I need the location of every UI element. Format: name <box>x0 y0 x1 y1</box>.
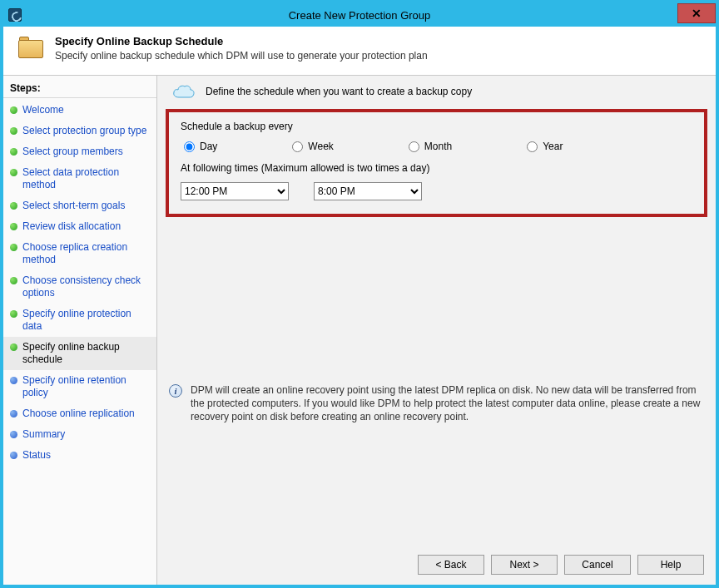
step-dot-icon <box>10 244 17 251</box>
schedule-label: Schedule a backup every <box>181 121 692 132</box>
next-button[interactable]: Next > <box>491 555 558 575</box>
schedule-box: Schedule a backup every Day Week Month <box>166 109 707 217</box>
step-dot-icon <box>10 127 17 135</box>
step-dot-icon <box>10 277 17 284</box>
step-dot-icon <box>10 169 17 176</box>
step-item-10[interactable]: Specify online retention policy <box>3 370 156 403</box>
time-select-1[interactable]: 12:00 PM <box>181 182 289 200</box>
step-item-13[interactable]: Status <box>3 445 156 466</box>
info-icon: i <box>169 384 182 398</box>
step-item-0[interactable]: Welcome <box>3 100 156 121</box>
radio-month[interactable]: Month <box>409 141 452 152</box>
cancel-button[interactable]: Cancel <box>564 555 631 575</box>
step-dot-icon <box>10 310 17 318</box>
help-button[interactable]: Help <box>637 555 704 575</box>
step-item-label: Choose replica creation method <box>22 241 151 266</box>
titlebar: Create New Protection Group ✕ <box>3 3 716 27</box>
step-item-label: Choose consistency check options <box>22 274 151 299</box>
radio-week-input[interactable] <box>292 141 303 152</box>
step-item-3[interactable]: Select data protection method <box>3 162 156 195</box>
step-dot-icon <box>10 223 17 230</box>
info-row: i DPM will create an online recovery poi… <box>169 383 704 424</box>
time-selects-row: 12:00 PM 8:00 PM <box>181 182 692 200</box>
folder-icon <box>18 37 45 60</box>
step-dot-icon <box>10 410 17 418</box>
step-item-label: Specify online retention policy <box>22 374 151 399</box>
step-dot-icon <box>10 343 17 351</box>
steps-sidebar: Steps: WelcomeSelect protection group ty… <box>3 76 157 585</box>
step-item-2[interactable]: Select group members <box>3 141 156 162</box>
main-panel: Define the schedule when you want to cre… <box>157 76 716 585</box>
step-item-label: Status <box>22 449 51 462</box>
back-button[interactable]: < Back <box>418 555 484 575</box>
wizard-body: Steps: WelcomeSelect protection group ty… <box>3 76 716 585</box>
step-dot-icon <box>10 106 17 114</box>
step-item-label: Welcome <box>22 104 64 116</box>
step-item-label: Select group members <box>22 146 123 158</box>
step-item-label: Review disk allocation <box>22 220 121 233</box>
step-item-8[interactable]: Specify online protection data <box>3 304 156 337</box>
wizard-window: Create New Protection Group ✕ Specify On… <box>0 0 719 588</box>
time-select-2[interactable]: 8:00 PM <box>314 182 422 200</box>
wizard-button-bar: < Back Next > Cancel Help <box>418 555 704 575</box>
step-dot-icon <box>10 377 17 384</box>
radio-year[interactable]: Year <box>527 141 563 152</box>
define-text: Define the schedule when you want to cre… <box>206 86 472 97</box>
step-item-5[interactable]: Review disk allocation <box>3 216 156 237</box>
step-item-4[interactable]: Select short-term goals <box>3 195 156 216</box>
step-item-6[interactable]: Choose replica creation method <box>3 237 156 270</box>
step-item-1[interactable]: Select protection group type <box>3 121 156 141</box>
step-dot-icon <box>10 202 17 210</box>
radio-month-label: Month <box>424 141 452 152</box>
times-label: At following times (Maximum allowed is t… <box>181 162 692 174</box>
page-subtitle: Specify online backup schedule which DPM… <box>55 50 428 62</box>
info-text: DPM will create an online recovery point… <box>191 383 704 424</box>
step-dot-icon <box>10 148 17 156</box>
step-item-label: Specify online protection data <box>22 308 151 333</box>
step-item-12[interactable]: Summary <box>3 424 156 445</box>
steps-list: WelcomeSelect protection group typeSelec… <box>3 98 156 467</box>
radio-week-label: Week <box>308 141 333 152</box>
step-item-9[interactable]: Specify online backup schedule <box>3 337 156 370</box>
define-row: Define the schedule when you want to cre… <box>157 76 716 109</box>
step-item-7[interactable]: Choose consistency check options <box>3 270 156 304</box>
window-title: Create New Protection Group <box>3 9 716 22</box>
radio-week[interactable]: Week <box>292 141 333 152</box>
page-title: Specify Online Backup Schedule <box>55 35 428 47</box>
step-item-label: Select short-term goals <box>22 200 125 212</box>
radio-month-input[interactable] <box>409 141 419 152</box>
step-item-11[interactable]: Choose online replication <box>3 403 156 424</box>
radio-day[interactable]: Day <box>184 141 217 152</box>
radio-year-label: Year <box>543 141 563 152</box>
wizard-header: Specify Online Backup Schedule Specify o… <box>3 27 716 76</box>
cloud-icon <box>172 84 196 99</box>
radio-day-input[interactable] <box>184 141 195 152</box>
step-item-label: Select data protection method <box>22 166 151 191</box>
frequency-radio-group: Day Week Month Year <box>181 139 692 162</box>
step-item-label: Summary <box>22 428 65 441</box>
close-button[interactable]: ✕ <box>677 3 716 23</box>
step-dot-icon <box>10 431 17 438</box>
step-item-label: Select protection group type <box>22 125 146 137</box>
steps-heading: Steps: <box>3 81 156 98</box>
radio-year-input[interactable] <box>527 141 538 152</box>
step-item-label: Specify online backup schedule <box>22 341 151 366</box>
step-item-label: Choose online replication <box>22 408 135 420</box>
radio-day-label: Day <box>200 141 217 152</box>
step-dot-icon <box>10 452 17 459</box>
